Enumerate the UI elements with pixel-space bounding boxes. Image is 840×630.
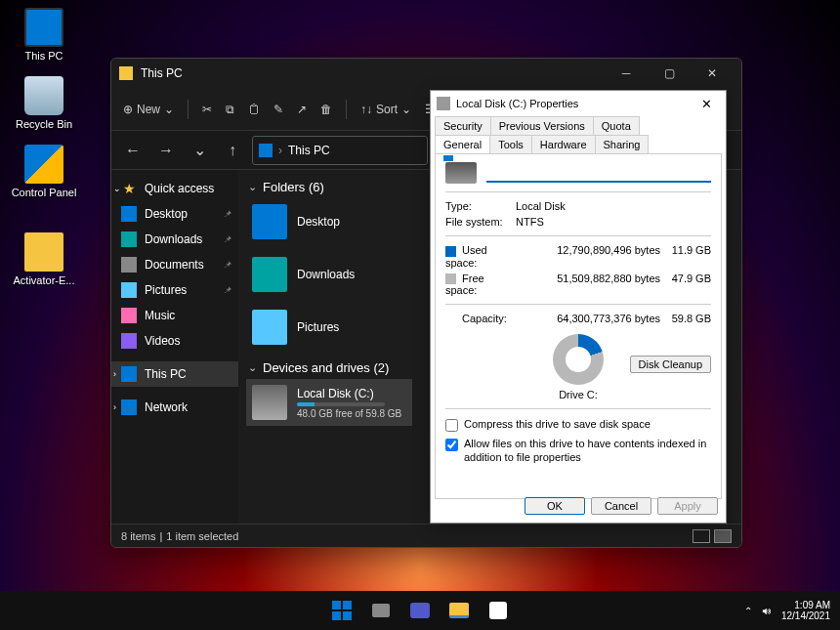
tray-expand-icon[interactable]: ⌃ [744,606,752,616]
sidebar-item-downloads[interactable]: Downloads📌︎ [111,227,238,252]
desktop-icon [121,206,137,222]
tab-quota[interactable]: Quota [593,116,640,135]
rename-button[interactable]: ✎ [273,103,283,116]
used-swatch [445,246,456,257]
svg-rect-1 [343,601,352,609]
used-bytes: 12,790,890,496 bytes [516,244,668,269]
chevron-down-icon: ⌄ [164,103,174,116]
file-explorer-button[interactable] [442,594,476,627]
folder-icon [119,66,133,80]
taskbar: ⌃ 🔊︎ 1:09 AM 12/14/2021 [0,591,840,630]
tile-pictures[interactable]: Pictures [246,304,412,351]
drive-icon [437,97,450,110]
delete-button[interactable]: 🗑︎ [320,103,332,116]
sidebar-item-desktop[interactable]: Desktop📌︎ [111,201,238,227]
cut-button[interactable]: ✂ [202,103,212,116]
new-button[interactable]: ⊕New ⌄ [123,103,174,116]
task-view-button[interactable] [364,594,398,627]
usage-pie-chart [553,334,604,385]
svg-rect-0 [332,601,341,609]
folder-icon [24,232,63,272]
properties-dialog: Local Disk (C:) Properties ✕ Security Pr… [430,90,727,524]
sidebar-item-documents[interactable]: Documents📌︎ [111,252,238,277]
folder-icon [252,310,287,345]
up-button[interactable]: ↑ [219,137,246,164]
sidebar-quick-access[interactable]: ⌄★Quick access [111,176,238,201]
pictures-icon [121,282,137,298]
forward-button[interactable]: → [152,137,180,164]
ok-button[interactable]: OK [525,497,585,515]
compress-checkbox[interactable]: Compress this drive to save disk space [445,415,711,435]
tile-downloads[interactable]: Downloads [246,251,412,298]
fs-label: File system: [445,216,516,228]
video-icon [121,333,137,349]
svg-rect-2 [332,611,341,620]
sidebar-item-music[interactable]: Music [111,303,238,328]
large-icons-button[interactable] [714,529,732,543]
sidebar: ⌄★Quick access Desktop📌︎ Downloads📌︎ Doc… [111,170,238,524]
breadcrumb: This PC [288,144,330,157]
desktop-icon-label: Control Panel [12,187,77,198]
disk-cleanup-button[interactable]: Disk Cleanup [630,356,711,373]
sidebar-this-pc[interactable]: ›This PC [111,361,238,387]
pin-icon: 📌︎ [224,285,232,295]
drive-caption: Drive C: [559,389,598,400]
sidebar-item-pictures[interactable]: Pictures📌︎ [111,277,238,303]
desktop-icon-this-pc[interactable]: This PC [10,8,78,62]
tile-desktop[interactable]: Desktop [246,198,412,245]
tile-local-disk[interactable]: Local Disk (C:) 48.0 GB free of 59.8 GB [246,379,412,426]
monitor-icon [24,8,63,47]
capacity-gb: 59.8 GB [668,313,711,324]
sort-button[interactable]: ↑↓ Sort ⌄ [360,103,411,116]
type-value: Local Disk [516,200,711,212]
tab-sharing[interactable]: Sharing [595,135,650,153]
share-button[interactable]: ↗ [297,103,307,116]
titlebar[interactable]: This PC ─ ▢ ✕ [111,59,741,88]
recent-button[interactable]: ⌄ [186,137,213,164]
minimize-button[interactable]: ─ [605,59,648,88]
folder-icon [252,257,287,292]
drive-name-input[interactable] [486,163,711,183]
apply-button[interactable]: Apply [657,497,718,515]
desktop-icon-recycle-bin[interactable]: Recycle Bin [10,76,78,130]
store-button[interactable] [482,594,515,627]
capacity-bytes: 64,300,773,376 bytes [516,313,668,324]
download-icon [121,231,137,247]
plus-icon: ⊕ [123,103,133,116]
close-button[interactable]: ✕ [693,97,720,111]
sidebar-item-videos[interactable]: Videos [111,328,238,354]
free-swatch [445,273,456,284]
copy-button[interactable]: ⧉ [226,103,234,116]
tab-hardware[interactable]: Hardware [531,135,596,153]
free-gb: 47.9 GB [668,273,711,297]
details-view-button[interactable] [693,529,710,543]
tab-tools[interactable]: Tools [489,135,532,153]
paste-button[interactable]: 📋︎ [248,103,260,116]
pc-icon [121,366,137,382]
back-button[interactable]: ← [119,137,147,164]
clock[interactable]: 1:09 AM 12/14/2021 [781,600,830,622]
dialog-titlebar[interactable]: Local Disk (C:) Properties ✕ [431,91,726,116]
tab-previous-versions[interactable]: Previous Versions [490,116,594,135]
desktop-icon-control-panel[interactable]: Control Panel [10,145,78,198]
desktop-icon-label: Recycle Bin [16,118,72,130]
chat-button[interactable] [403,594,437,627]
cancel-button[interactable]: Cancel [591,497,651,515]
tab-general[interactable]: General [435,135,490,153]
volume-icon[interactable]: 🔊︎ [762,606,772,616]
control-panel-icon [24,145,63,184]
status-selection: 1 item selected [166,530,238,542]
maximize-button[interactable]: ▢ [648,59,691,88]
folder-icon [252,204,287,239]
drive-icon [445,162,477,184]
close-button[interactable]: ✕ [691,59,734,88]
start-button[interactable] [325,594,358,627]
tab-strip: Security Previous Versions Quota General… [431,116,726,153]
sidebar-network[interactable]: ›Network [111,395,238,420]
system-tray: ⌃ 🔊︎ 1:09 AM 12/14/2021 [744,600,830,622]
address-bar[interactable]: › This PC [252,136,428,165]
index-checkbox[interactable]: Allow files on this drive to have conten… [445,435,711,468]
document-icon [121,257,137,273]
desktop-icon-activator[interactable]: Activator-E... [10,232,78,286]
tab-security[interactable]: Security [435,116,491,135]
